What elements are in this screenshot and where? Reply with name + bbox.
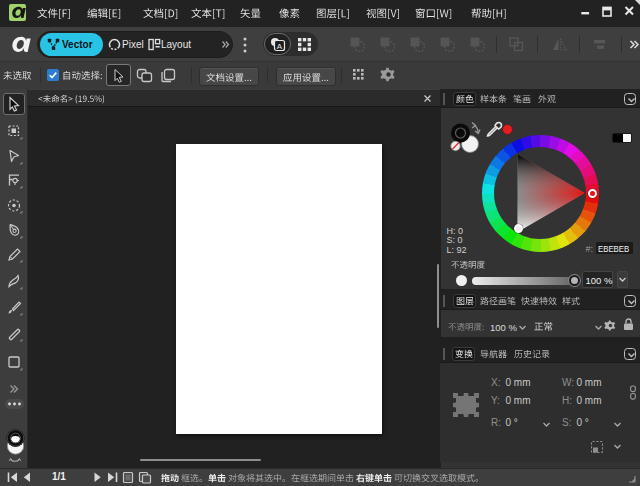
svg-text:A: A <box>277 42 283 51</box>
